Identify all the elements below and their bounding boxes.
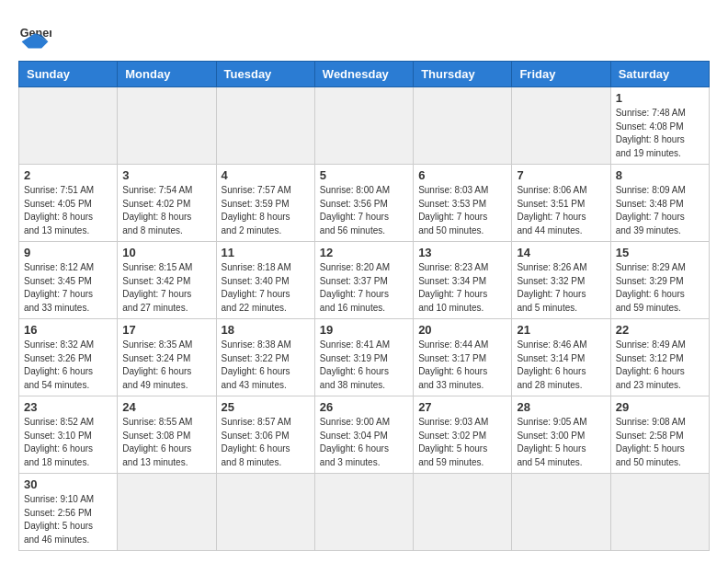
day-info: Sunrise: 9:00 AM Sunset: 3:04 PM Dayligh… [320, 416, 408, 469]
calendar-cell: 5Sunrise: 8:00 AM Sunset: 3:56 PM Daylig… [314, 165, 413, 242]
calendar-cell: 14Sunrise: 8:26 AM Sunset: 3:32 PM Dayli… [512, 242, 610, 319]
calendar-header-wednesday: Wednesday [314, 62, 413, 87]
day-number: 13 [418, 246, 506, 259]
calendar-header-monday: Monday [118, 62, 216, 87]
calendar-cell [414, 474, 512, 551]
day-number: 7 [517, 168, 605, 182]
day-info: Sunrise: 8:23 AM Sunset: 3:34 PM Dayligh… [418, 261, 506, 315]
calendar-header-tuesday: Tuesday [216, 62, 314, 87]
day-number: 25 [222, 400, 310, 414]
day-number: 5 [320, 168, 408, 182]
day-info: Sunrise: 8:55 AM Sunset: 3:08 PM Dayligh… [122, 416, 210, 469]
calendar-cell: 12Sunrise: 8:20 AM Sunset: 3:37 PM Dayli… [314, 242, 413, 319]
day-info: Sunrise: 8:41 AM Sunset: 3:19 PM Dayligh… [320, 339, 408, 392]
calendar-cell: 10Sunrise: 8:15 AM Sunset: 3:42 PM Dayli… [118, 242, 216, 319]
calendar-cell [512, 474, 610, 551]
week-row-4: 16Sunrise: 8:32 AM Sunset: 3:26 PM Dayli… [19, 319, 710, 396]
calendar-cell: 11Sunrise: 8:18 AM Sunset: 3:40 PM Dayli… [216, 242, 314, 319]
day-number: 11 [222, 246, 310, 259]
calendar-cell: 8Sunrise: 8:09 AM Sunset: 3:48 PM Daylig… [610, 165, 709, 242]
calendar-cell: 7Sunrise: 8:06 AM Sunset: 3:51 PM Daylig… [512, 165, 610, 242]
calendar-cell: 2Sunrise: 7:51 AM Sunset: 4:05 PM Daylig… [19, 165, 118, 242]
day-number: 17 [122, 323, 210, 337]
calendar-cell [118, 474, 216, 551]
day-info: Sunrise: 8:18 AM Sunset: 3:40 PM Dayligh… [222, 261, 310, 315]
calendar-header-friday: Friday [512, 62, 610, 87]
day-number: 23 [24, 400, 112, 414]
calendar: SundayMondayTuesdayWednesdayThursdayFrid… [18, 61, 710, 551]
calendar-cell [610, 474, 709, 551]
day-number: 2 [24, 168, 112, 182]
day-info: Sunrise: 8:00 AM Sunset: 3:56 PM Dayligh… [320, 184, 408, 237]
calendar-cell: 23Sunrise: 8:52 AM Sunset: 3:10 PM Dayli… [19, 396, 118, 474]
day-info: Sunrise: 8:49 AM Sunset: 3:12 PM Dayligh… [616, 339, 704, 392]
logo: General [18, 18, 57, 52]
day-number: 19 [320, 323, 408, 337]
day-number: 20 [418, 323, 506, 337]
day-info: Sunrise: 8:03 AM Sunset: 3:53 PM Dayligh… [418, 184, 506, 237]
day-info: Sunrise: 7:57 AM Sunset: 3:59 PM Dayligh… [222, 184, 310, 237]
page-header: General [18, 18, 710, 52]
calendar-cell: 17Sunrise: 8:35 AM Sunset: 3:24 PM Dayli… [118, 319, 216, 396]
week-row-5: 23Sunrise: 8:52 AM Sunset: 3:10 PM Dayli… [19, 396, 710, 474]
calendar-cell: 15Sunrise: 8:29 AM Sunset: 3:29 PM Dayli… [610, 242, 709, 319]
day-number: 18 [222, 323, 310, 337]
calendar-cell: 13Sunrise: 8:23 AM Sunset: 3:34 PM Dayli… [414, 242, 512, 319]
calendar-cell: 24Sunrise: 8:55 AM Sunset: 3:08 PM Dayli… [118, 396, 216, 474]
calendar-cell: 1Sunrise: 7:48 AM Sunset: 4:08 PM Daylig… [610, 87, 709, 165]
calendar-cell: 28Sunrise: 9:05 AM Sunset: 3:00 PM Dayli… [512, 396, 610, 474]
calendar-cell: 19Sunrise: 8:41 AM Sunset: 3:19 PM Dayli… [314, 319, 413, 396]
day-info: Sunrise: 9:10 AM Sunset: 2:56 PM Dayligh… [24, 493, 112, 546]
day-info: Sunrise: 8:52 AM Sunset: 3:10 PM Dayligh… [24, 416, 112, 469]
week-row-2: 2Sunrise: 7:51 AM Sunset: 4:05 PM Daylig… [19, 165, 710, 242]
day-info: Sunrise: 7:54 AM Sunset: 4:02 PM Dayligh… [122, 184, 210, 237]
day-info: Sunrise: 8:09 AM Sunset: 3:48 PM Dayligh… [616, 184, 704, 237]
calendar-cell: 20Sunrise: 8:44 AM Sunset: 3:17 PM Dayli… [414, 319, 512, 396]
day-number: 15 [616, 246, 704, 259]
calendar-cell [512, 87, 610, 165]
day-info: Sunrise: 8:06 AM Sunset: 3:51 PM Dayligh… [517, 184, 605, 237]
calendar-cell [118, 87, 216, 165]
day-info: Sunrise: 8:15 AM Sunset: 3:42 PM Dayligh… [122, 261, 210, 315]
day-info: Sunrise: 8:38 AM Sunset: 3:22 PM Dayligh… [222, 339, 310, 392]
week-row-1: 1Sunrise: 7:48 AM Sunset: 4:08 PM Daylig… [19, 87, 710, 165]
calendar-cell: 18Sunrise: 8:38 AM Sunset: 3:22 PM Dayli… [216, 319, 314, 396]
calendar-header-sunday: Sunday [19, 62, 118, 87]
calendar-cell [19, 87, 118, 165]
calendar-cell: 26Sunrise: 9:00 AM Sunset: 3:04 PM Dayli… [314, 396, 413, 474]
day-info: Sunrise: 9:05 AM Sunset: 3:00 PM Dayligh… [517, 416, 605, 469]
day-number: 14 [517, 246, 605, 259]
day-number: 29 [616, 400, 704, 414]
day-number: 30 [24, 477, 112, 491]
day-number: 21 [517, 323, 605, 337]
day-info: Sunrise: 8:12 AM Sunset: 3:45 PM Dayligh… [24, 261, 112, 315]
day-info: Sunrise: 8:46 AM Sunset: 3:14 PM Dayligh… [517, 339, 605, 392]
calendar-cell [314, 87, 413, 165]
calendar-cell: 6Sunrise: 8:03 AM Sunset: 3:53 PM Daylig… [414, 165, 512, 242]
day-info: Sunrise: 8:20 AM Sunset: 3:37 PM Dayligh… [320, 261, 408, 315]
day-info: Sunrise: 9:03 AM Sunset: 3:02 PM Dayligh… [418, 416, 506, 469]
day-info: Sunrise: 7:48 AM Sunset: 4:08 PM Dayligh… [616, 107, 704, 160]
calendar-cell: 16Sunrise: 8:32 AM Sunset: 3:26 PM Dayli… [19, 319, 118, 396]
day-info: Sunrise: 8:26 AM Sunset: 3:32 PM Dayligh… [517, 261, 605, 315]
calendar-cell: 30Sunrise: 9:10 AM Sunset: 2:56 PM Dayli… [19, 474, 118, 551]
day-info: Sunrise: 8:29 AM Sunset: 3:29 PM Dayligh… [616, 261, 704, 315]
day-number: 1 [616, 91, 704, 105]
calendar-cell [314, 474, 413, 551]
day-info: Sunrise: 8:57 AM Sunset: 3:06 PM Dayligh… [222, 416, 310, 469]
calendar-cell [414, 87, 512, 165]
day-number: 6 [418, 168, 506, 182]
day-number: 8 [616, 168, 704, 182]
calendar-cell: 22Sunrise: 8:49 AM Sunset: 3:12 PM Dayli… [610, 319, 709, 396]
day-info: Sunrise: 9:08 AM Sunset: 2:58 PM Dayligh… [616, 416, 704, 469]
day-number: 9 [24, 246, 112, 259]
calendar-header-thursday: Thursday [414, 62, 512, 87]
calendar-header-row: SundayMondayTuesdayWednesdayThursdayFrid… [19, 62, 710, 87]
week-row-3: 9Sunrise: 8:12 AM Sunset: 3:45 PM Daylig… [19, 242, 710, 319]
day-number: 16 [24, 323, 112, 337]
calendar-cell: 29Sunrise: 9:08 AM Sunset: 2:58 PM Dayli… [610, 396, 709, 474]
day-info: Sunrise: 8:32 AM Sunset: 3:26 PM Dayligh… [24, 339, 112, 392]
week-row-6: 30Sunrise: 9:10 AM Sunset: 2:56 PM Dayli… [19, 474, 710, 551]
day-number: 26 [320, 400, 408, 414]
calendar-cell: 27Sunrise: 9:03 AM Sunset: 3:02 PM Dayli… [414, 396, 512, 474]
